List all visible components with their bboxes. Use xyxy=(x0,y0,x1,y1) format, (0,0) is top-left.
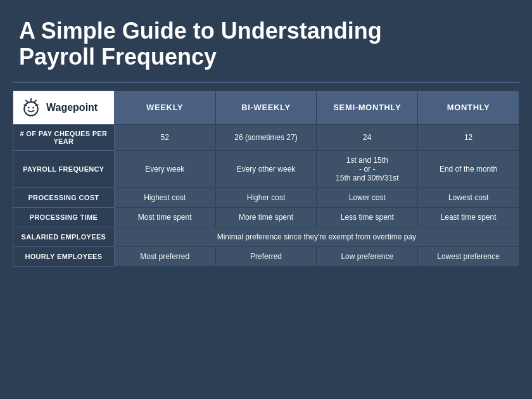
data-cell-2-0: Highest cost xyxy=(114,187,215,207)
payroll-table: Wagepoint WEEKLYBI-WEEKLYSEMI-MONTHLYMON… xyxy=(13,91,519,267)
data-cell-2-1: Higher cost xyxy=(215,187,317,207)
row-label-3: PROCESSING TIME xyxy=(13,207,115,227)
svg-line-5 xyxy=(26,100,28,102)
col-header-semimonthly: SEMI-MONTHLY xyxy=(317,91,418,124)
row-label-4: SALARIED EMPLOYEES xyxy=(13,227,115,246)
data-cell-3-2: Less time spent xyxy=(317,207,418,227)
svg-point-0 xyxy=(24,102,38,116)
wagepoint-icon xyxy=(20,96,42,119)
data-cell-2-2: Lower cost xyxy=(317,187,418,207)
divider xyxy=(13,82,519,83)
data-cell-1-3: End of the month xyxy=(418,150,519,187)
data-cell-0-2: 24 xyxy=(317,124,418,150)
data-cell-0-1: 26 (sometimes 27) xyxy=(215,124,317,150)
data-cell-5-1: Preferred xyxy=(215,246,317,266)
svg-line-4 xyxy=(34,100,36,102)
row-label-0: # OF PAY CHEQUES PER YEAR xyxy=(13,124,115,150)
data-cell-3-0: Most time spent xyxy=(114,207,215,227)
data-cell-3-3: Least time spent xyxy=(418,207,519,227)
wagepoint-logo: Wagepoint xyxy=(20,96,108,119)
data-cell-span-4: Minimal preference since they're exempt … xyxy=(114,227,519,246)
logo-text: Wagepoint xyxy=(46,102,98,113)
data-cell-1-2: 1st and 15th- or -15th and 30th/31st xyxy=(317,150,418,187)
page-header: A Simple Guide to Understanding Payroll … xyxy=(0,0,532,82)
logo-cell: Wagepoint xyxy=(13,91,115,124)
col-header-monthly: MONTHLY xyxy=(418,91,519,124)
data-cell-0-0: 52 xyxy=(114,124,215,150)
row-label-2: PROCESSING COST xyxy=(13,187,115,207)
page-title: A Simple Guide to Understanding Payroll … xyxy=(19,18,513,70)
data-cell-3-1: More time spent xyxy=(215,207,317,227)
table-container: Wagepoint WEEKLYBI-WEEKLYSEMI-MONTHLYMON… xyxy=(0,91,532,273)
svg-point-2 xyxy=(32,106,34,108)
data-cell-2-3: Lowest cost xyxy=(418,187,519,207)
col-header-biweekly: BI-WEEKLY xyxy=(215,91,317,124)
data-cell-0-3: 12 xyxy=(418,124,519,150)
row-label-1: PAYROLL FREQUENCY xyxy=(13,150,115,187)
data-cell-5-2: Low preference xyxy=(317,246,418,266)
data-cell-5-0: Most preferred xyxy=(114,246,215,266)
row-label-5: HOURLY EMPLOYEES xyxy=(13,246,115,266)
svg-line-6 xyxy=(35,104,38,105)
svg-point-1 xyxy=(28,106,30,108)
data-cell-1-0: Every week xyxy=(114,150,215,187)
svg-line-7 xyxy=(24,104,27,105)
data-cell-1-1: Every other week xyxy=(215,150,317,187)
data-cell-5-3: Lowest preference xyxy=(418,246,519,266)
col-header-weekly: WEEKLY xyxy=(114,91,215,124)
